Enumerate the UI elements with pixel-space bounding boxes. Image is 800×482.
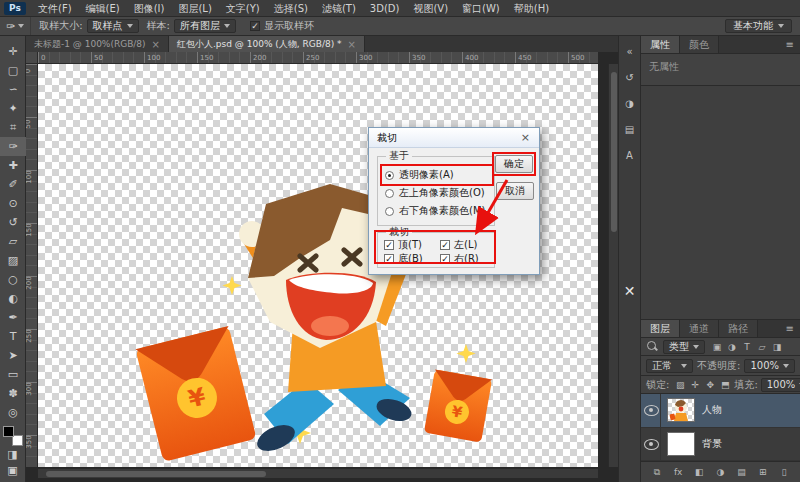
visibility-eye-icon[interactable] [641, 394, 661, 427]
collapse-panels-icon[interactable]: « [619, 40, 641, 62]
filter-adjustment-layers-icon[interactable]: ◑ [726, 340, 738, 353]
eyedropper-tool[interactable]: ✑ [0, 137, 26, 156]
filter-shape-layers-icon[interactable]: ▱ [756, 340, 768, 353]
adjustments-panel-icon[interactable]: ◑ [619, 92, 641, 114]
panel-tab[interactable]: 通道 [680, 320, 719, 337]
zoom-tool[interactable]: ◎ [0, 403, 26, 422]
panel-menu-icon[interactable]: ≡ [780, 320, 800, 337]
trim-checkbox[interactable]: 左(L) [440, 238, 490, 252]
blend-mode-dropdown[interactable]: 正常 [646, 359, 693, 373]
rectangle-tool[interactable]: ▭ [0, 365, 26, 384]
filter-smart-objects-icon[interactable]: ◨ [771, 340, 783, 353]
horizontal-scrollbar[interactable] [38, 468, 598, 478]
filter-type-layers-icon[interactable]: T [741, 340, 753, 353]
move-tool[interactable]: ✛ [0, 42, 26, 61]
layer-thumbnail[interactable] [667, 398, 695, 422]
lock-transparency-icon[interactable]: ▨ [674, 378, 686, 391]
trim-checkbox[interactable]: 顶(T) [384, 238, 440, 252]
character-panel-icon[interactable]: A [619, 144, 641, 166]
show-sampling-ring-checkbox[interactable]: 显示取样环 [250, 19, 314, 33]
menu-item[interactable]: 滤镜(T) [315, 0, 363, 17]
document-tab[interactable]: 未标题-1 @ 100%(RGB/8) × [26, 36, 169, 52]
link-layers-icon[interactable]: ⧉ [651, 466, 663, 479]
trim-checkbox[interactable]: 底(B) [384, 252, 440, 266]
menu-item[interactable]: 窗口(W) [455, 0, 507, 17]
dialog-close-icon[interactable]: × [518, 131, 533, 144]
panel-tab[interactable]: 属性 [641, 36, 680, 53]
lock-position-icon[interactable]: ✥ [704, 378, 716, 391]
styles-panel-icon[interactable]: ▤ [619, 118, 641, 140]
radio-option[interactable]: 透明像素(A) [382, 166, 492, 184]
menu-item[interactable]: 编辑(E) [79, 0, 127, 17]
fill-dropdown[interactable]: 100% [761, 378, 800, 392]
new-group-icon[interactable]: ▤ [736, 466, 748, 479]
dodge-tool[interactable]: ◐ [0, 289, 26, 308]
crop-tool[interactable]: ⌗ [0, 118, 26, 137]
horizontal-type-tool[interactable]: T [0, 327, 26, 346]
vertical-scrollbar-thumb[interactable] [611, 72, 617, 232]
menu-item[interactable]: 3D(D) [363, 0, 407, 17]
pen-tool[interactable]: ✒ [0, 308, 26, 327]
document-tab[interactable]: 红包小人.psd @ 100% (人物, RGB/8) * × [169, 36, 365, 52]
filter-pixel-layers-icon[interactable]: ▣ [711, 340, 723, 353]
cancel-button[interactable]: 取消 [496, 182, 534, 200]
horizontal-scrollbar-thumb[interactable] [46, 471, 266, 477]
delete-layer-icon[interactable]: ▯ [778, 466, 790, 479]
panel-tab[interactable]: 路径 [719, 320, 758, 337]
panel-menu-icon[interactable]: ≡ [780, 36, 800, 53]
quick-selection-tool[interactable]: ✦ [0, 99, 26, 118]
add-layer-mask-icon[interactable]: ◧ [693, 466, 705, 479]
rectangular-marquee-tool[interactable]: ▢ [0, 61, 26, 80]
menu-item[interactable]: 文字(Y) [219, 0, 267, 17]
blur-tool[interactable]: ○ [0, 270, 26, 289]
lasso-tool[interactable]: ∽ [0, 80, 26, 99]
hand-tool[interactable]: ✽ [0, 384, 26, 403]
sparkle-icon [457, 344, 476, 363]
tab-close-icon[interactable]: × [152, 39, 160, 50]
spot-healing-brush-tool[interactable]: ✚ [0, 156, 26, 175]
lock-all-icon[interactable]: ⬒ [719, 378, 731, 391]
history-panel-icon[interactable]: ↺ [619, 66, 641, 88]
layer-row-background[interactable]: 背景 [641, 428, 800, 462]
dialog-titlebar[interactable]: 裁切 × [369, 128, 539, 148]
tab-close-icon[interactable]: × [348, 39, 356, 50]
sample-layers-dropdown[interactable]: 所有图层 [174, 19, 236, 33]
new-adjustment-layer-icon[interactable]: ◑ [714, 466, 726, 479]
filter-type-dropdown[interactable]: 类型 [663, 340, 705, 354]
lock-pixels-icon[interactable]: ✛ [689, 378, 701, 391]
sample-size-dropdown[interactable]: 取样点 [87, 19, 139, 33]
screen-mode-button[interactable]: ▣ [0, 462, 26, 478]
menu-item[interactable]: 图像(I) [127, 0, 172, 17]
history-brush-tool[interactable]: ↺ [0, 213, 26, 232]
clone-stamp-tool[interactable]: ⊙ [0, 194, 26, 213]
eraser-tool[interactable]: ▱ [0, 232, 26, 251]
layer-thumbnail[interactable] [667, 432, 695, 456]
tool-preset-picker[interactable]: ✑ [0, 17, 31, 35]
ok-button[interactable]: 确定 [495, 155, 533, 173]
panel-tab[interactable]: 图层 [641, 320, 680, 337]
gradient-tool[interactable]: ▨ [0, 251, 26, 270]
close-panel-icon[interactable]: ✕ [619, 280, 641, 302]
color-swatches[interactable] [3, 426, 23, 446]
panel-tab[interactable]: 颜色 [680, 36, 719, 53]
menu-item[interactable]: 视图(V) [406, 0, 455, 17]
menu-item[interactable]: 选择(S) [267, 0, 315, 17]
menu-item[interactable]: 图层(L) [171, 0, 218, 17]
quick-mask-button[interactable]: ◨ [0, 446, 26, 462]
path-selection-tool[interactable]: ➤ [0, 346, 26, 365]
brush-tool[interactable]: ✐ [0, 175, 26, 194]
foreground-color-swatch[interactable] [3, 426, 14, 437]
new-layer-icon[interactable]: ⊞ [757, 466, 769, 479]
layer-row-character[interactable]: 人物 [641, 394, 800, 428]
vertical-scrollbar[interactable] [608, 64, 618, 467]
menu-item[interactable]: 帮助(H) [507, 0, 556, 17]
menu-item[interactable]: 文件(F) [31, 0, 79, 17]
visibility-eye-icon[interactable] [641, 428, 661, 461]
workspace-switcher[interactable]: 基本功能 [725, 19, 792, 33]
layer-style-icon[interactable]: fx [672, 466, 684, 479]
opacity-dropdown[interactable]: 100% [744, 359, 795, 373]
search-icon[interactable] [646, 340, 659, 353]
trim-checkbox[interactable]: 右(R) [440, 252, 490, 266]
radio-option[interactable]: 左上角像素颜色(O) [382, 184, 492, 202]
radio-option[interactable]: 右下角像素颜色(M) [382, 202, 492, 220]
